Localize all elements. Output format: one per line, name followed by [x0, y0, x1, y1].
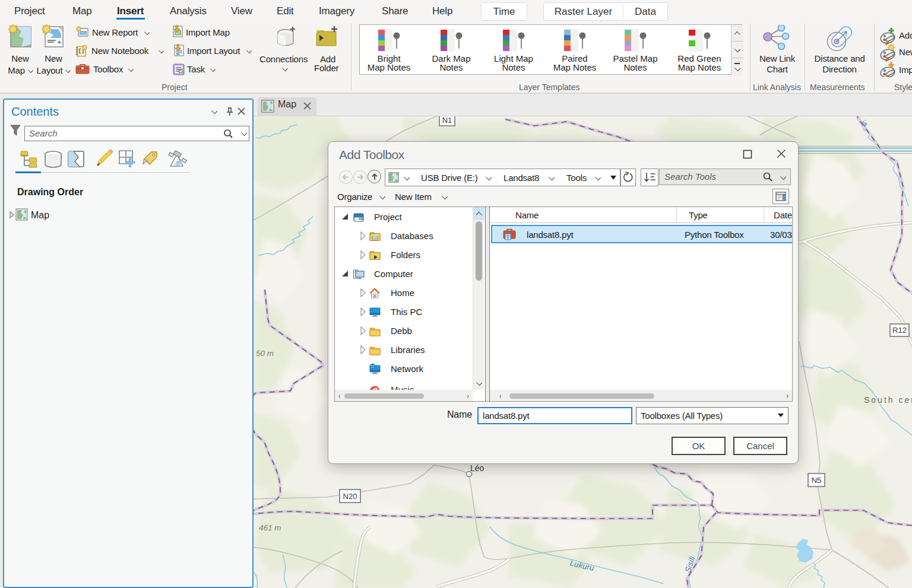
svg-text:Map Notes: Map Notes [368, 62, 411, 72]
svg-text:Debb: Debb [391, 326, 412, 336]
svg-text:Databases: Databases [391, 231, 433, 241]
svg-text:Map Notes: Map Notes [678, 62, 721, 72]
svg-text:Folders: Folders [391, 250, 420, 260]
svg-text:Notes: Notes [502, 62, 525, 72]
svg-text:Project: Project [374, 212, 403, 222]
svg-text:461 m: 461 m [259, 523, 281, 532]
svg-text:Home: Home [391, 288, 414, 298]
svg-text:Notes: Notes [439, 62, 463, 72]
svg-text:South cen: South cen [864, 395, 912, 405]
svg-text:This PC: This PC [391, 307, 423, 317]
svg-text:N1: N1 [442, 116, 452, 125]
svg-text:Computer: Computer [374, 269, 413, 279]
svg-text:N5: N5 [812, 476, 822, 485]
svg-text:R12: R12 [892, 326, 907, 335]
svg-text:Network: Network [391, 364, 424, 374]
svg-text:Libraries: Libraries [391, 345, 425, 355]
svg-text:Léo: Léo [470, 463, 484, 473]
svg-text:Music: Music [391, 384, 414, 390]
svg-text:N20: N20 [343, 492, 357, 501]
svg-text:Notes: Notes [623, 62, 647, 72]
svg-text:50 m: 50 m [256, 349, 274, 358]
svg-text:Map Notes: Map Notes [553, 62, 597, 72]
